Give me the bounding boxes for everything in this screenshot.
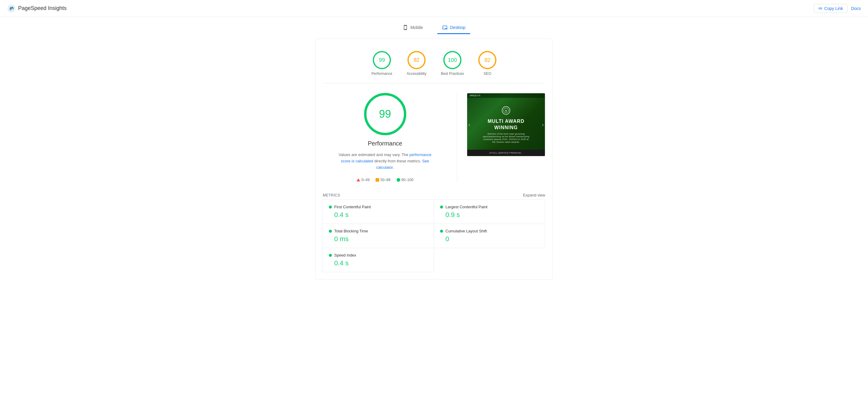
performance-main: 99 Performance Values are estimated and …: [323, 93, 447, 182]
metric-label-si: Speed Index: [334, 253, 356, 257]
metric-label-tbt: Total Blocking Time: [334, 229, 368, 233]
pagespeed-logo-icon: [7, 4, 16, 13]
score-label-seo: SEO: [484, 72, 491, 76]
app-logo: PageSpeed Insights: [7, 4, 67, 13]
legend-item-good: 90–100: [397, 178, 413, 182]
desktop-icon: [442, 25, 447, 30]
tab-desktop[interactable]: Desktop: [437, 22, 470, 34]
link-icon: [818, 6, 823, 10]
metric-value-fcp: 0.4 s: [334, 211, 428, 219]
legend-average-range: 50–89: [380, 178, 390, 182]
screenshot-subtitle: Winners of the best male grooming salon/…: [483, 133, 529, 143]
score-circle-accessibility: 82: [407, 51, 426, 69]
screenshot-badge: ★: [483, 106, 529, 116]
metric-label-lcp: Largest Contentful Paint: [445, 205, 487, 209]
metric-card-si: Speed Index 0.4 s: [322, 248, 434, 272]
score-circle-seo: 82: [478, 51, 496, 69]
metric-name-si: Speed Index: [329, 253, 428, 257]
score-label-accessibility: Accessibility: [407, 72, 426, 76]
header-actions: Copy Link Docs: [814, 4, 861, 13]
metrics-grid: First Contentful Paint 0.4 s Largest Con…: [323, 200, 545, 272]
legend-good-range: 90–100: [401, 178, 413, 182]
performance-section: 99 Performance Values are estimated and …: [323, 83, 545, 189]
device-tabs: Mobile Desktop: [0, 17, 868, 34]
metric-card-tbt: Total Blocking Time 0 ms: [322, 224, 434, 248]
metric-dot-lcp: [440, 205, 443, 208]
svg-text:★: ★: [505, 109, 507, 112]
app-name: PageSpeed Insights: [18, 5, 67, 11]
tab-desktop-label: Desktop: [450, 25, 465, 30]
copy-link-label: Copy Link: [824, 6, 843, 11]
metric-dot-fcp: [329, 205, 332, 208]
metric-label-fcp: First Contentful Paint: [334, 205, 371, 209]
score-label-best-practices: Best Practices: [441, 72, 464, 76]
legend-fail-range: 0–49: [361, 178, 370, 182]
metric-dot-cls: [440, 230, 443, 233]
performance-title: Performance: [368, 140, 402, 147]
score-card: 99 Performance 82 Accessibility 100 Best…: [315, 39, 553, 280]
tab-mobile-label: Mobile: [410, 25, 423, 30]
score-label-performance: Performance: [372, 72, 393, 76]
legend-circle-icon: [397, 178, 400, 182]
metric-label-cls: Cumulative Layout Shift: [445, 229, 487, 233]
metric-name-lcp: Largest Contentful Paint: [440, 205, 539, 209]
screenshot-area: GRIZZLY'S ★ MULTI AWARD WINNING Winne: [467, 93, 545, 157]
score-item-best-practices: 100 Best Practices: [441, 51, 464, 76]
metric-value-cls: 0: [445, 235, 539, 243]
score-item-seo: 82 SEO: [478, 51, 496, 76]
metric-value-si: 0.4 s: [334, 259, 428, 267]
award-icon: ★: [501, 106, 510, 115]
website-screenshot: GRIZZLY'S ★ MULTI AWARD WINNING Winne: [467, 93, 545, 157]
screenshot-next-arrow[interactable]: ›: [542, 122, 544, 128]
legend-item-average: 50–89: [375, 178, 390, 182]
screenshot-content: ★ MULTI AWARD WINNING Winners of the bes…: [483, 106, 529, 144]
docs-link[interactable]: Docs: [851, 6, 861, 11]
legend-square-icon: [375, 178, 379, 182]
metric-value-tbt: 0 ms: [334, 235, 428, 243]
legend-item-fail: 0–49: [356, 178, 370, 182]
perf-desc-text: Values are estimated and may vary. The: [339, 152, 408, 157]
metric-value-lcp: 0.9 s: [445, 211, 539, 219]
performance-big-circle: 99: [364, 93, 406, 135]
performance-description: Values are estimated and may vary. The p…: [337, 152, 433, 171]
screenshot-headline: MULTI AWARD WINNING: [483, 118, 529, 131]
metric-dot-si: [329, 254, 332, 257]
score-item-accessibility: 82 Accessibility: [407, 51, 426, 76]
metric-card-fcp: First Contentful Paint 0.4 s: [322, 199, 434, 224]
expand-view-button[interactable]: Expand view: [523, 193, 545, 197]
screenshot-prev-arrow[interactable]: ‹: [468, 122, 470, 128]
tab-mobile[interactable]: Mobile: [398, 22, 428, 34]
perf-desc-mid: directly from these metrics.: [374, 159, 422, 163]
metric-name-cls: Cumulative Layout Shift: [440, 229, 539, 233]
metrics-header: METRICS Expand view: [323, 189, 545, 200]
score-circles-row: 99 Performance 82 Accessibility 100 Best…: [323, 46, 545, 83]
performance-big-score: 99: [379, 108, 391, 120]
metric-name-tbt: Total Blocking Time: [329, 229, 428, 233]
score-item-performance: 99 Performance: [372, 51, 393, 76]
vertical-divider: [457, 93, 457, 182]
page-header: PageSpeed Insights Copy Link Docs: [0, 0, 868, 17]
copy-link-button[interactable]: Copy Link: [814, 4, 847, 13]
score-circle-performance: 99: [373, 51, 391, 69]
score-circle-best-practices: 100: [443, 51, 461, 69]
metric-name-fcp: First Contentful Paint: [329, 205, 428, 209]
mobile-icon: [403, 25, 408, 30]
main-content: 99 Performance 82 Accessibility 100 Best…: [310, 34, 558, 285]
metric-card-cls: Cumulative Layout Shift 0: [434, 224, 545, 248]
metrics-section-title: METRICS: [323, 193, 340, 197]
metric-card-lcp: Largest Contentful Paint 0.9 s: [434, 199, 545, 224]
score-legend: 0–49 50–89 90–100: [356, 178, 413, 182]
screenshot-bottom-text: A FULL-SERVICE PREMIUM...: [467, 150, 545, 156]
legend-triangle-icon: [356, 178, 360, 181]
metric-dot-tbt: [329, 230, 332, 233]
